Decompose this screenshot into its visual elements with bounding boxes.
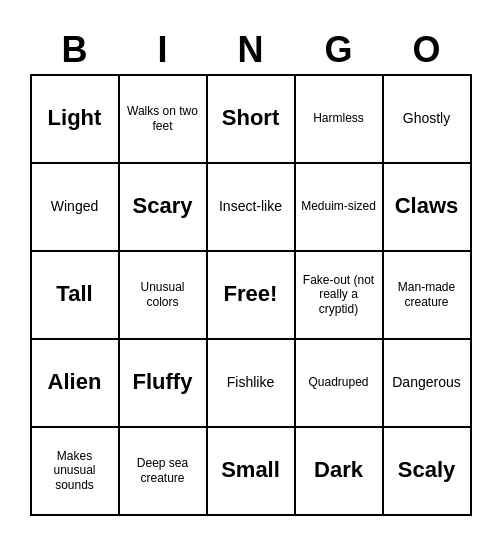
cell-3-4: Dangerous — [383, 339, 471, 427]
header-letter-g: G — [295, 29, 383, 71]
cell-1-4: Claws — [383, 163, 471, 251]
cell-4-1: Deep sea creature — [119, 427, 207, 515]
header-letter-n: N — [207, 29, 295, 71]
grid-row-0: LightWalks on two feetShortHarmlessGhost… — [31, 75, 471, 163]
grid-row-2: TallUnusual colorsFree!Fake-out (not rea… — [31, 251, 471, 339]
cell-2-0: Tall — [31, 251, 119, 339]
cell-4-3: Dark — [295, 427, 383, 515]
cell-1-1: Scary — [119, 163, 207, 251]
bingo-header: BINGO — [31, 29, 471, 71]
cell-2-2: Free! — [207, 251, 295, 339]
cell-0-3: Harmless — [295, 75, 383, 163]
bingo-grid: LightWalks on two feetShortHarmlessGhost… — [30, 75, 472, 516]
header-letter-b: B — [31, 29, 119, 71]
cell-4-2: Small — [207, 427, 295, 515]
cell-1-2: Insect-like — [207, 163, 295, 251]
cell-2-3: Fake-out (not really a cryptid) — [295, 251, 383, 339]
cell-3-0: Alien — [31, 339, 119, 427]
cell-0-4: Ghostly — [383, 75, 471, 163]
cell-0-2: Short — [207, 75, 295, 163]
cell-1-3: Meduim-sized — [295, 163, 383, 251]
header-letter-o: O — [383, 29, 471, 71]
header-letter-i: I — [119, 29, 207, 71]
cell-3-2: Fishlike — [207, 339, 295, 427]
cell-2-1: Unusual colors — [119, 251, 207, 339]
cell-4-4: Scaly — [383, 427, 471, 515]
cell-2-4: Man-made creature — [383, 251, 471, 339]
cell-4-0: Makes unusual sounds — [31, 427, 119, 515]
grid-row-3: AlienFluffyFishlikeQuadrupedDangerous — [31, 339, 471, 427]
cell-1-0: Winged — [31, 163, 119, 251]
cell-0-1: Walks on two feet — [119, 75, 207, 163]
grid-row-4: Makes unusual soundsDeep sea creatureSma… — [31, 427, 471, 515]
grid-row-1: WingedScaryInsect-likeMeduim-sizedClaws — [31, 163, 471, 251]
cell-3-1: Fluffy — [119, 339, 207, 427]
cell-3-3: Quadruped — [295, 339, 383, 427]
cell-0-0: Light — [31, 75, 119, 163]
